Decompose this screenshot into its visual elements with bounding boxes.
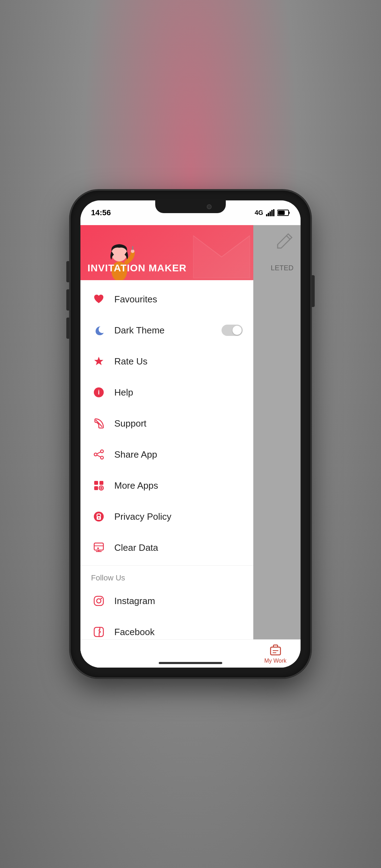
share-app-label: Share App xyxy=(114,449,243,460)
svg-rect-22 xyxy=(94,486,98,490)
share-icon xyxy=(91,447,107,462)
clear-icon xyxy=(91,540,107,555)
network-type: 4G xyxy=(255,209,263,217)
home-indicator xyxy=(159,662,222,664)
menu-item-clear-data[interactable]: Clear Data xyxy=(80,532,253,563)
svg-marker-12 xyxy=(94,357,103,365)
svg-point-28 xyxy=(98,517,99,519)
help-label: Help xyxy=(114,387,243,398)
svg-point-16 xyxy=(94,453,97,456)
svg-rect-0 xyxy=(266,214,267,216)
lock-icon xyxy=(91,509,107,524)
svg-line-18 xyxy=(97,452,101,454)
rate-us-label: Rate Us xyxy=(114,356,243,367)
svg-line-19 xyxy=(97,455,101,457)
svg-rect-21 xyxy=(99,481,103,485)
section-divider xyxy=(80,565,253,566)
support-label: Support xyxy=(114,418,243,429)
menu-item-share-app[interactable]: Share App xyxy=(80,439,253,470)
grid-icon xyxy=(91,478,107,493)
dark-theme-toggle[interactable] xyxy=(222,325,243,336)
heart-icon xyxy=(91,291,107,307)
signal-icon xyxy=(266,209,274,216)
svg-text:i: i xyxy=(98,389,99,396)
privacy-policy-label: Privacy Policy xyxy=(114,511,243,522)
more-apps-label: More Apps xyxy=(114,480,243,491)
svg-point-37 xyxy=(101,598,102,599)
menu-item-dark-theme[interactable]: Dark Theme xyxy=(80,315,253,346)
facebook-label: Facebook xyxy=(114,627,243,638)
instagram-label: Instagram xyxy=(114,596,243,607)
my-work-tab[interactable]: My Work xyxy=(257,644,294,664)
app-title: INVITATION MAKER xyxy=(87,263,187,274)
svg-point-17 xyxy=(101,456,103,459)
notch xyxy=(155,200,226,213)
my-work-icon xyxy=(269,644,282,656)
navigation-drawer: INVITATION MAKER Favourites xyxy=(80,225,253,668)
my-work-label: My Work xyxy=(264,658,286,664)
star-icon xyxy=(91,354,107,369)
svg-point-36 xyxy=(97,599,101,603)
menu-list: Favourites Dark Theme xyxy=(80,280,253,668)
phone-icon xyxy=(91,416,107,431)
front-camera xyxy=(207,204,212,209)
drawer-header: INVITATION MAKER xyxy=(80,225,253,280)
svg-rect-6 xyxy=(289,212,290,214)
svg-rect-4 xyxy=(273,209,274,216)
favourites-label: Favourites xyxy=(114,294,243,305)
menu-item-more-apps[interactable]: More Apps xyxy=(80,470,253,501)
svg-rect-1 xyxy=(268,213,269,216)
instagram-icon xyxy=(91,593,107,609)
menu-item-support[interactable]: Support xyxy=(80,408,253,439)
menu-item-privacy-policy[interactable]: Privacy Policy xyxy=(80,501,253,532)
follow-us-header: Follow Us xyxy=(80,568,253,585)
status-time: 14:56 xyxy=(91,208,111,217)
dark-theme-label: Dark Theme xyxy=(114,325,222,336)
facebook-icon xyxy=(91,624,107,640)
phone-frame: 14:56 4G xyxy=(71,191,310,677)
svg-point-15 xyxy=(101,450,103,453)
info-icon: i xyxy=(91,385,107,400)
svg-rect-20 xyxy=(94,481,98,485)
svg-rect-2 xyxy=(270,211,271,216)
menu-item-instagram[interactable]: Instagram xyxy=(80,585,253,616)
svg-rect-35 xyxy=(94,596,103,605)
svg-rect-7 xyxy=(278,211,285,215)
moon-icon xyxy=(91,323,107,338)
svg-rect-3 xyxy=(271,210,273,216)
menu-item-favourites[interactable]: Favourites xyxy=(80,284,253,315)
menu-item-rate-us[interactable]: Rate Us xyxy=(80,346,253,377)
status-icons: 4G xyxy=(255,209,290,217)
battery-icon xyxy=(277,209,290,216)
menu-item-help[interactable]: i Help xyxy=(80,377,253,408)
phone-screen: 14:56 4G xyxy=(80,200,301,668)
header-decoration-svg xyxy=(186,225,253,280)
clear-data-label: Clear Data xyxy=(114,542,243,553)
